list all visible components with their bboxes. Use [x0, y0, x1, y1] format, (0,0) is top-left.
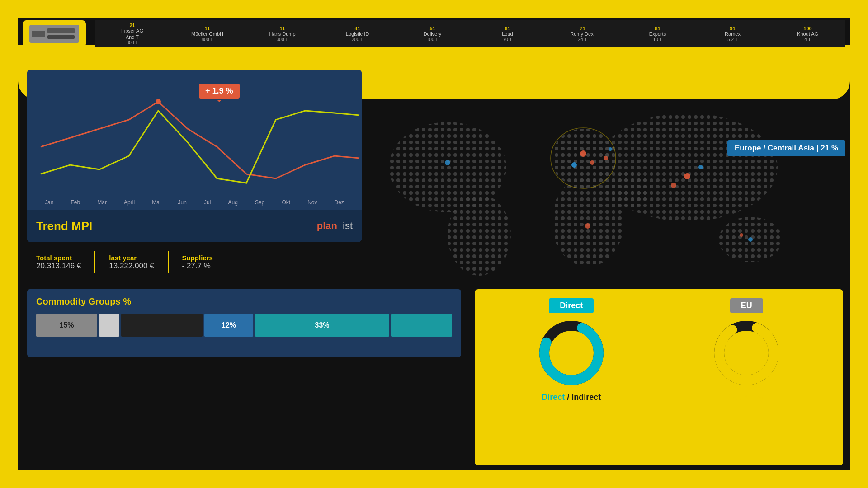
- nav-item-name: Logistic ID: [346, 31, 369, 37]
- bar-segment: 33%: [255, 314, 389, 337]
- commodity-bars: 15%12%33%: [36, 314, 452, 337]
- chart-month: Feb: [71, 199, 80, 206]
- stat-divider-1: [94, 251, 95, 273]
- logo-area: [23, 20, 86, 47]
- indirect-text: / Indirect: [567, 393, 601, 402]
- nav-item-num: 61: [505, 26, 510, 31]
- nav-item[interactable]: 21 Fipser AGAnd T 800 T: [95, 20, 170, 47]
- direct-label: Direct: [549, 298, 594, 313]
- sourcing-section: EU Sourcing: [710, 298, 783, 402]
- chart-panel: JanFebMärAprilMaiJunJulAugSepOktNovDez T…: [27, 70, 362, 242]
- suppliers-value: - 27.7 %: [182, 262, 213, 271]
- nav-item[interactable]: 91 Ramex 5.2 T: [695, 20, 770, 47]
- bar-segment: [391, 314, 452, 337]
- region-label: Europe / Centrail Asia | 21 %: [727, 140, 845, 156]
- chart-footer: Trend MPI plan ist: [27, 210, 362, 242]
- bar-segment: [121, 314, 203, 337]
- stats-row: Total spent 20.313.146 € last year 13.22…: [27, 251, 362, 273]
- eu-label: EU: [730, 298, 763, 313]
- chart-month: Jun: [178, 199, 187, 206]
- svg-point-21: [585, 223, 590, 229]
- nav-item-val: 70 T: [503, 37, 512, 42]
- chart-months: JanFebMärAprilMaiJunJulAugSepOktNovDez: [27, 199, 362, 206]
- nav-item-num: 100: [803, 26, 811, 31]
- chart-month: Mai: [152, 199, 160, 206]
- suppliers-label: Suppliers: [182, 254, 213, 262]
- direct-indirect-label: Direct / Indirect: [542, 393, 601, 402]
- nav-item-name: Exports: [649, 31, 666, 37]
- nav-item[interactable]: 41 Logistic ID 200 T: [320, 20, 395, 47]
- suppliers-block: Suppliers - 27.7 %: [173, 254, 222, 271]
- top-nav: 21 Fipser AGAnd T 800 T 11 Müeller GmbH …: [95, 20, 845, 47]
- chart-month: April: [124, 199, 135, 206]
- nav-item-num: 91: [730, 26, 735, 31]
- svg-rect-2: [47, 35, 75, 39]
- nav-item-num: 71: [580, 26, 585, 31]
- chart-month: Nov: [307, 199, 317, 206]
- svg-point-18: [698, 165, 703, 169]
- commodity-panel: Commodity Groups % 15%12%33%: [27, 289, 461, 357]
- svg-point-15: [604, 156, 608, 160]
- svg-point-14: [571, 162, 577, 168]
- nav-item[interactable]: 100 Knout AG 4 T: [770, 20, 845, 47]
- nav-item-val: 5.2 T: [727, 37, 738, 42]
- nav-item-num: 41: [354, 26, 360, 31]
- nav-item-val: 800 T: [202, 37, 213, 42]
- chart-svg: [27, 75, 362, 206]
- nav-item-val: 300 T: [277, 37, 288, 42]
- nav-item[interactable]: 71 Romy Dex. 24 T: [545, 20, 620, 47]
- last-year-label: last year: [109, 254, 154, 262]
- svg-point-3: [156, 99, 161, 104]
- svg-point-16: [609, 147, 612, 151]
- chart-legend: plan ist: [317, 220, 353, 232]
- svg-point-19: [671, 183, 676, 188]
- nav-item[interactable]: 11 Müeller GmbH 800 T: [170, 20, 245, 47]
- chart-tooltip: + 1.9 %: [199, 84, 240, 99]
- nav-item-num: 51: [429, 26, 435, 31]
- chart-month: Mär: [97, 199, 107, 206]
- svg-point-17: [684, 173, 690, 179]
- chart-month: Jul: [204, 199, 211, 206]
- chart-month: Aug: [228, 199, 237, 206]
- nav-item-name: Ramex: [725, 31, 741, 37]
- nav-item-val: 200 T: [352, 37, 363, 42]
- nav-item-name: Romy Dex.: [570, 31, 594, 37]
- nav-item-name: Knout AG: [797, 31, 818, 37]
- svg-point-6: [448, 194, 511, 276]
- svg-point-28: [719, 326, 774, 380]
- logo: [29, 25, 79, 43]
- frame-right: [850, 0, 868, 488]
- bar-segment: [99, 314, 119, 337]
- bar-segment: 15%: [36, 314, 97, 337]
- direct-text: Direct: [542, 393, 565, 402]
- top10-line: [750, 90, 841, 92]
- nav-item-val: 800 T: [127, 40, 138, 45]
- nav-item[interactable]: 61 Load 70 T: [470, 20, 545, 47]
- nav-item-val: 24 T: [578, 37, 587, 42]
- svg-point-13: [590, 160, 594, 165]
- direct-section: Direct Direct / Indirect: [535, 298, 608, 402]
- bottom-right-panel: Direct Direct / Indirect EU Sourcing: [475, 289, 843, 465]
- svg-point-11: [606, 172, 651, 208]
- nav-item-num: 81: [655, 26, 660, 31]
- commodity-title: Commodity Groups %: [36, 296, 452, 307]
- total-spent-block: Total spent 20.313.146 €: [27, 254, 90, 271]
- last-year-block: last year 13.222.000 €: [100, 254, 163, 271]
- nav-item-name: Müeller GmbH: [191, 31, 223, 37]
- bar-segment: 12%: [204, 314, 253, 337]
- chart-title: Trend MPI: [36, 219, 92, 233]
- last-year-value: 13.222.000 €: [109, 262, 154, 271]
- legend-plan: plan: [317, 220, 337, 232]
- nav-item[interactable]: 11 Hans Dump 300 T: [245, 20, 320, 47]
- map-container: Europe / Centrail Asia | 21 %: [357, 95, 850, 280]
- nav-item[interactable]: 51 Delivery 100 T: [395, 20, 470, 47]
- nav-item-num: 11: [279, 26, 285, 31]
- nav-item-num: 11: [204, 26, 210, 31]
- frame-bottom: [0, 470, 868, 488]
- stat-divider-2: [168, 251, 169, 273]
- frame-top: [0, 0, 868, 18]
- legend-ist: ist: [343, 220, 353, 232]
- sourcing-label: Sourcing: [729, 393, 764, 402]
- nav-item[interactable]: 81 Exports 10 T: [620, 20, 695, 47]
- chart-month: Sep: [255, 199, 264, 206]
